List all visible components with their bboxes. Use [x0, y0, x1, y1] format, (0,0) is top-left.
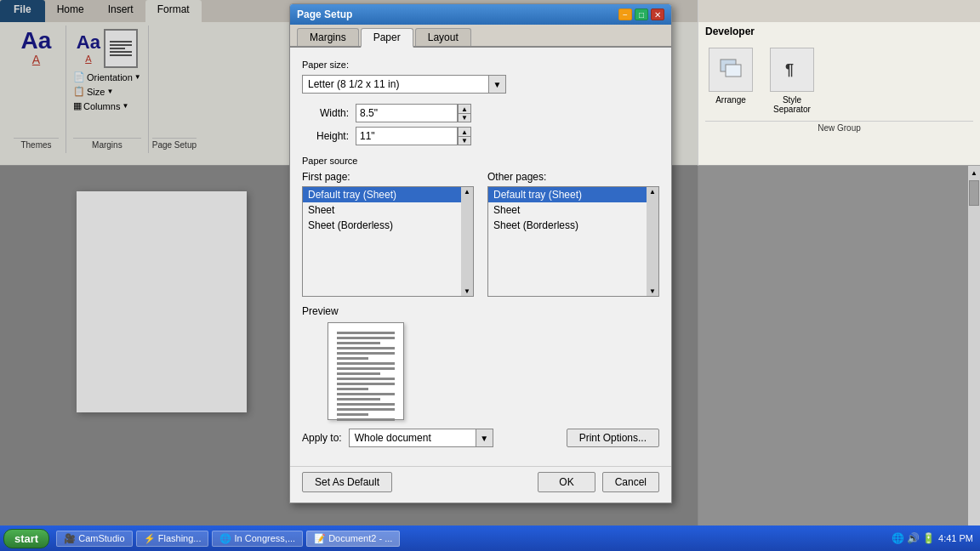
preview-line-6 — [337, 357, 368, 360]
first-page-item-0[interactable]: Default tray (Sheet) — [303, 187, 461, 202]
taskbar: start 🎥 CamStudio ⚡ Flashing... 🌐 In Con… — [0, 525, 980, 551]
scroll-up-arrow[interactable]: ▲ — [971, 169, 977, 177]
preview-line-11 — [337, 383, 395, 385]
developer-panel: Developer Arrange ¶ Style Separator New … — [698, 0, 980, 166]
height-spin-up[interactable]: ▲ — [458, 127, 471, 136]
apply-to-label: Apply to: — [302, 432, 342, 444]
preview-line-5 — [337, 352, 395, 355]
dialog-controls: − □ ✕ — [618, 9, 664, 20]
height-input[interactable] — [356, 127, 458, 145]
taskbar-item-icon-1: ⚡ — [144, 533, 158, 543]
apply-to-arrow[interactable]: ▼ — [476, 429, 493, 447]
taskbar-item-3[interactable]: 📝 Document2 - ... — [306, 531, 400, 547]
taskbar-item-1[interactable]: ⚡ Flashing... — [136, 531, 209, 547]
print-options-button[interactable]: Print Options... — [567, 429, 659, 447]
paper-source-section: Paper source First page: Default tray (S… — [302, 156, 659, 297]
first-scroll-track — [461, 196, 473, 287]
style-separator-svg: ¶ — [778, 56, 806, 83]
other-pages-list: Default tray (Sheet) Sheet Sheet (Border… — [488, 187, 647, 296]
first-page-col: First page: Default tray (Sheet) Sheet S… — [302, 171, 474, 297]
preview-page — [328, 322, 404, 420]
style-separator-button[interactable]: ¶ Style Separator — [766, 48, 818, 114]
preview-line-10 — [337, 378, 395, 380]
preview-label: Preview — [302, 305, 659, 317]
arrange-svg — [717, 56, 744, 83]
arrange-label: Arrange — [715, 95, 746, 105]
preview-line-16 — [337, 408, 395, 411]
tray-icons: 🌐 🔊 🔋 — [892, 532, 935, 544]
other-pages-col: Other pages: Default tray (Sheet) Sheet … — [487, 171, 659, 297]
set-as-default-button[interactable]: Set As Default — [302, 472, 392, 492]
start-button[interactable]: start — [3, 529, 49, 548]
first-page-label: First page: — [302, 171, 474, 183]
svg-rect-1 — [726, 65, 741, 77]
first-page-item-1[interactable]: Sheet — [303, 202, 461, 218]
taskbar-item-icon-3: 📝 — [314, 533, 328, 543]
tray-volume-icon: 🔊 — [907, 532, 920, 544]
scroll-thumb[interactable] — [969, 180, 979, 206]
tab-margins[interactable]: Margins — [297, 28, 359, 46]
other-scroll-down[interactable]: ▼ — [647, 287, 658, 296]
width-input[interactable] — [356, 104, 458, 122]
first-scroll-up[interactable]: ▲ — [461, 187, 473, 196]
paper-size-label: Paper size: — [302, 60, 659, 70]
other-pages-label: Other pages: — [487, 171, 659, 183]
taskbar-item-0[interactable]: 🎥 CamStudio — [56, 531, 132, 547]
preview-line-13 — [337, 393, 395, 395]
width-label: Width: — [302, 107, 349, 119]
tray-battery-icon: 🔋 — [922, 532, 935, 544]
developer-tabs — [698, 0, 980, 22]
taskbar-item-2[interactable]: 🌐 In Congress,... — [212, 531, 303, 547]
arrange-button[interactable]: Arrange — [705, 48, 756, 114]
dialog-close-btn[interactable]: ✕ — [651, 9, 664, 20]
other-scroll-track — [647, 196, 658, 287]
style-separator-label: Style Separator — [766, 95, 818, 114]
first-page-list-wrapper: Default tray (Sheet) Sheet Sheet (Border… — [302, 186, 474, 297]
taskbar-items: 🎥 CamStudio ⚡ Flashing... 🌐 In Congress,… — [56, 531, 892, 547]
ok-button[interactable]: OK — [538, 472, 595, 492]
dialog-maximize-btn[interactable]: □ — [635, 9, 648, 20]
paper-source-label: Paper source — [302, 156, 659, 166]
right-scrollbar[interactable]: ▲ — [968, 166, 980, 525]
preview-line-3 — [337, 342, 380, 344]
other-page-item-2[interactable]: Sheet (Borderless) — [488, 218, 647, 233]
preview-line-1 — [337, 332, 395, 334]
preview-lines — [333, 328, 398, 424]
apply-row: Apply to: Whole document ▼ Print Options… — [302, 429, 659, 447]
height-spin-down[interactable]: ▼ — [458, 136, 471, 145]
dimensions-section: Width: ▲ ▼ Height: ▲ ▼ — [302, 104, 659, 145]
dialog-title: Page Setup — [297, 9, 352, 20]
dialog-footer-buttons: Set As Default OK Cancel — [290, 466, 671, 503]
arrange-icon — [709, 48, 753, 92]
dialog-titlebar: Page Setup − □ ✕ — [290, 4, 671, 25]
first-page-list: Default tray (Sheet) Sheet Sheet (Border… — [303, 187, 461, 296]
other-scroll-up[interactable]: ▲ — [647, 187, 658, 196]
paper-size-section: Paper size: Letter (8 1/2 x 11 in) ▼ — [302, 60, 659, 94]
preview-line-4 — [337, 347, 395, 349]
new-group-label: New Group — [705, 121, 973, 134]
width-spin-down[interactable]: ▼ — [458, 113, 471, 122]
paper-size-arrow[interactable]: ▼ — [489, 75, 506, 94]
right-scroll-area: ▲ — [698, 166, 980, 525]
cancel-button[interactable]: Cancel — [602, 472, 659, 492]
page-setup-dialog: Page Setup − □ ✕ Margins Paper Layout Pa… — [289, 3, 672, 503]
apply-to-select[interactable]: Whole document — [349, 429, 476, 447]
preview-line-18 — [337, 418, 395, 421]
dialog-minimize-btn[interactable]: − — [618, 9, 632, 20]
tab-paper[interactable]: Paper — [361, 28, 413, 48]
height-label: Height: — [302, 130, 349, 142]
other-page-item-0[interactable]: Default tray (Sheet) — [488, 187, 647, 202]
svg-text:¶: ¶ — [785, 61, 794, 78]
preview-line-14 — [337, 398, 380, 400]
width-spin-up[interactable]: ▲ — [458, 104, 471, 113]
first-scroll-down[interactable]: ▼ — [461, 287, 473, 296]
paper-size-select[interactable]: Letter (8 1/2 x 11 in) — [302, 75, 489, 94]
preview-line-7 — [337, 362, 395, 365]
other-page-item-1[interactable]: Sheet — [488, 202, 647, 218]
other-pages-scrollbar[interactable]: ▲ ▼ — [647, 187, 658, 296]
first-page-scrollbar[interactable]: ▲ ▼ — [461, 187, 473, 296]
first-page-item-2[interactable]: Sheet (Borderless) — [303, 218, 461, 233]
tab-layout[interactable]: Layout — [415, 28, 471, 46]
developer-title: Developer — [705, 26, 755, 37]
style-separator-icon: ¶ — [770, 48, 814, 92]
